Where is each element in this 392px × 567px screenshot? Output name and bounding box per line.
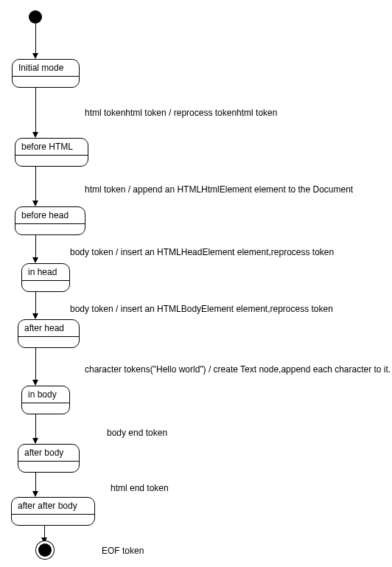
state-label: before HTML	[15, 139, 88, 156]
start-node	[29, 10, 42, 24]
state-label: before head	[15, 207, 85, 224]
arrow-head	[41, 538, 47, 543]
state-in-body: in body	[21, 386, 70, 414]
state-after-after-body: after after body	[11, 497, 95, 526]
arrow-head	[32, 313, 38, 319]
arrow-head	[32, 380, 38, 386]
arrow-head	[32, 438, 38, 444]
state-label: in body	[22, 386, 69, 403]
state-in-head: in head	[21, 263, 70, 292]
arrow-head	[32, 201, 38, 206]
arrow-line	[35, 291, 36, 313]
transition-label: html token / append an HTMLHtmlElement e…	[85, 184, 353, 195]
transition-label: html tokenhtml token / reprocess tokenht…	[85, 108, 277, 118]
arrow-head	[32, 132, 38, 138]
arrow-line	[35, 414, 36, 438]
end-node	[38, 543, 52, 557]
arrow-head	[32, 53, 38, 59]
arrow-line	[35, 87, 36, 132]
transition-label: body token / insert an HTMLHeadElement e…	[70, 247, 334, 257]
state-label: after body	[18, 445, 79, 462]
state-label: after after body	[12, 498, 94, 515]
state-after-body: after body	[18, 444, 80, 473]
arrow-line	[35, 472, 36, 491]
state-label: Initial mode	[13, 60, 79, 77]
arrow-line	[35, 166, 36, 201]
transition-label: body token / insert an HTMLBodyElement e…	[70, 304, 333, 314]
arrow-line	[35, 234, 36, 257]
transition-label: html end token	[111, 483, 169, 493]
arrow-line	[35, 24, 36, 53]
state-label: after head	[18, 320, 79, 337]
arrow-head	[32, 491, 38, 497]
transition-label: character tokens("Hello world") / create…	[85, 364, 391, 375]
state-initial-mode: Initial mode	[12, 59, 80, 88]
arrow-line	[35, 347, 36, 380]
state-after-head: after head	[18, 319, 80, 348]
state-label: in head	[22, 264, 69, 281]
arrow-head	[32, 257, 38, 263]
state-before-html: before HTML	[15, 138, 88, 167]
transition-label: body end token	[107, 428, 167, 438]
arrow-line	[44, 525, 45, 538]
transition-label: EOF token	[102, 546, 144, 556]
state-before-head: before head	[15, 206, 85, 235]
